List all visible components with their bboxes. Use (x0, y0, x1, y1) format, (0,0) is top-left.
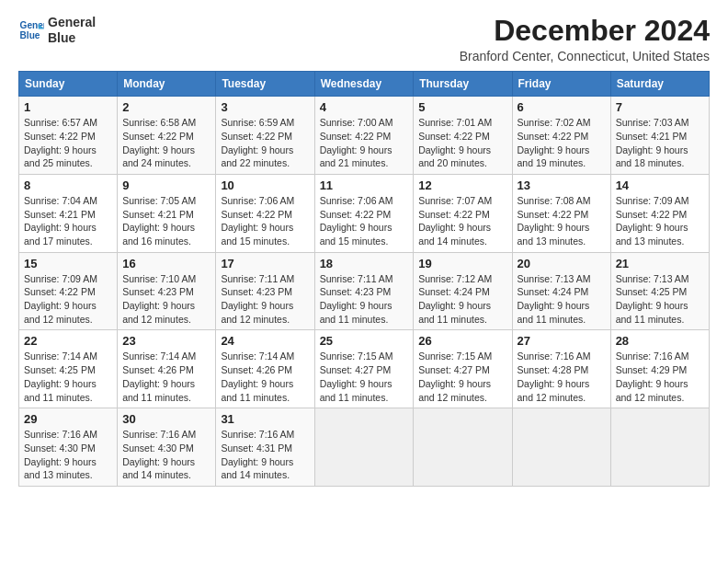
day-number: 17 (221, 257, 309, 270)
calendar-day-cell: 12Sunrise: 7:07 AM Sunset: 4:22 PM Dayli… (414, 174, 512, 252)
day-number: 18 (320, 257, 409, 270)
day-info: Sunrise: 7:13 AM Sunset: 4:25 PM Dayligh… (616, 272, 704, 327)
day-info: Sunrise: 7:14 AM Sunset: 4:26 PM Dayligh… (221, 350, 309, 404)
day-number: 8 (24, 178, 112, 192)
day-info: Sunrise: 6:58 AM Sunset: 4:22 PM Dayligh… (122, 116, 210, 170)
svg-text:Blue: Blue (20, 30, 40, 40)
day-number: 5 (418, 100, 506, 114)
day-number: 11 (320, 178, 409, 192)
calendar-day-cell: 28Sunrise: 7:16 AM Sunset: 4:29 PM Dayli… (610, 330, 709, 408)
day-info: Sunrise: 7:16 AM Sunset: 4:29 PM Dayligh… (616, 350, 704, 404)
calendar-day-cell: 14Sunrise: 7:09 AM Sunset: 4:22 PM Dayli… (610, 174, 709, 252)
day-number: 30 (122, 412, 210, 426)
calendar-day-cell: 10Sunrise: 7:06 AM Sunset: 4:22 PM Dayli… (216, 174, 314, 252)
day-number: 12 (418, 178, 506, 192)
calendar-day-cell: 31Sunrise: 7:16 AM Sunset: 4:31 PM Dayli… (216, 408, 314, 487)
day-info: Sunrise: 7:09 AM Sunset: 4:22 PM Dayligh… (24, 272, 112, 327)
calendar-day-cell: 4Sunrise: 7:00 AM Sunset: 4:22 PM Daylig… (314, 97, 414, 175)
weekday-header: Wednesday (314, 72, 414, 97)
calendar-day-cell: 20Sunrise: 7:13 AM Sunset: 4:24 PM Dayli… (512, 252, 610, 330)
logo-text: General Blue (48, 15, 96, 46)
day-number: 13 (518, 178, 606, 192)
calendar-week-row: 29Sunrise: 7:16 AM Sunset: 4:30 PM Dayli… (19, 408, 710, 487)
page-title: December 2024 (460, 15, 710, 47)
weekday-header: Sunday (19, 72, 118, 97)
day-number: 14 (616, 178, 704, 192)
day-info: Sunrise: 7:10 AM Sunset: 4:23 PM Dayligh… (122, 272, 210, 327)
weekday-header: Saturday (610, 72, 709, 97)
day-info: Sunrise: 7:16 AM Sunset: 4:30 PM Dayligh… (24, 428, 112, 482)
day-info: Sunrise: 7:02 AM Sunset: 4:22 PM Dayligh… (518, 116, 606, 170)
calendar-day-cell: 24Sunrise: 7:14 AM Sunset: 4:26 PM Dayli… (216, 330, 314, 408)
day-info: Sunrise: 7:14 AM Sunset: 4:26 PM Dayligh… (122, 350, 210, 404)
day-info: Sunrise: 7:13 AM Sunset: 4:24 PM Dayligh… (518, 272, 606, 327)
calendar-day-cell: 30Sunrise: 7:16 AM Sunset: 4:30 PM Dayli… (118, 408, 216, 487)
calendar-day-cell: 17Sunrise: 7:11 AM Sunset: 4:23 PM Dayli… (216, 252, 314, 330)
day-number: 9 (122, 178, 210, 192)
day-info: Sunrise: 7:15 AM Sunset: 4:27 PM Dayligh… (320, 350, 409, 404)
day-number: 4 (320, 100, 409, 114)
day-number: 19 (418, 257, 506, 270)
day-info: Sunrise: 6:59 AM Sunset: 4:22 PM Dayligh… (221, 116, 309, 170)
day-number: 26 (418, 334, 506, 348)
calendar-day-cell: 1Sunrise: 6:57 AM Sunset: 4:22 PM Daylig… (19, 97, 118, 175)
day-info: Sunrise: 7:01 AM Sunset: 4:22 PM Dayligh… (418, 116, 506, 170)
logo-line1: General (48, 15, 96, 30)
calendar-day-cell: 27Sunrise: 7:16 AM Sunset: 4:28 PM Dayli… (512, 330, 610, 408)
day-info: Sunrise: 7:12 AM Sunset: 4:24 PM Dayligh… (418, 272, 506, 327)
day-info: Sunrise: 7:03 AM Sunset: 4:21 PM Dayligh… (616, 116, 704, 170)
page-subtitle: Branford Center, Connecticut, United Sta… (460, 49, 710, 63)
day-number: 16 (122, 257, 210, 270)
weekday-header: Thursday (414, 72, 512, 97)
day-number: 3 (221, 100, 309, 114)
logo-line2: Blue (48, 30, 96, 46)
calendar-day-cell: 6Sunrise: 7:02 AM Sunset: 4:22 PM Daylig… (512, 97, 610, 175)
day-number: 15 (24, 257, 112, 270)
calendar-week-row: 8Sunrise: 7:04 AM Sunset: 4:21 PM Daylig… (19, 174, 710, 252)
title-block: December 2024 Branford Center, Connectic… (460, 15, 710, 63)
calendar-day-cell: 5Sunrise: 7:01 AM Sunset: 4:22 PM Daylig… (414, 97, 512, 175)
day-number: 27 (518, 334, 606, 348)
day-number: 29 (24, 412, 112, 426)
calendar-day-cell: 23Sunrise: 7:14 AM Sunset: 4:26 PM Dayli… (118, 330, 216, 408)
calendar-week-row: 22Sunrise: 7:14 AM Sunset: 4:25 PM Dayli… (19, 330, 710, 408)
calendar-day-cell (610, 408, 709, 487)
weekday-header: Tuesday (216, 72, 314, 97)
day-info: Sunrise: 7:16 AM Sunset: 4:30 PM Dayligh… (122, 428, 210, 482)
calendar-day-cell: 19Sunrise: 7:12 AM Sunset: 4:24 PM Dayli… (414, 252, 512, 330)
calendar-day-cell: 9Sunrise: 7:05 AM Sunset: 4:21 PM Daylig… (118, 174, 216, 252)
day-info: Sunrise: 7:09 AM Sunset: 4:22 PM Dayligh… (616, 194, 704, 248)
day-number: 7 (616, 100, 704, 114)
logo: General Blue General Blue (18, 15, 96, 46)
day-info: Sunrise: 7:07 AM Sunset: 4:22 PM Dayligh… (418, 194, 506, 248)
calendar-day-cell: 3Sunrise: 6:59 AM Sunset: 4:22 PM Daylig… (216, 97, 314, 175)
day-number: 1 (24, 100, 112, 114)
day-info: Sunrise: 7:06 AM Sunset: 4:22 PM Dayligh… (320, 194, 409, 248)
calendar-day-cell: 26Sunrise: 7:15 AM Sunset: 4:27 PM Dayli… (414, 330, 512, 408)
day-number: 24 (221, 334, 309, 348)
day-number: 2 (122, 100, 210, 114)
calendar-day-cell: 13Sunrise: 7:08 AM Sunset: 4:22 PM Dayli… (512, 174, 610, 252)
day-number: 25 (320, 334, 409, 348)
day-info: Sunrise: 7:11 AM Sunset: 4:23 PM Dayligh… (320, 272, 409, 327)
day-info: Sunrise: 7:04 AM Sunset: 4:21 PM Dayligh… (24, 194, 112, 248)
day-number: 21 (616, 257, 704, 270)
calendar-day-cell: 8Sunrise: 7:04 AM Sunset: 4:21 PM Daylig… (19, 174, 118, 252)
calendar-day-cell (314, 408, 414, 487)
calendar-day-cell: 15Sunrise: 7:09 AM Sunset: 4:22 PM Dayli… (19, 252, 118, 330)
logo-icon: General Blue (18, 17, 44, 43)
day-info: Sunrise: 7:00 AM Sunset: 4:22 PM Dayligh… (320, 116, 409, 170)
calendar-day-cell: 21Sunrise: 7:13 AM Sunset: 4:25 PM Dayli… (610, 252, 709, 330)
calendar-week-row: 1Sunrise: 6:57 AM Sunset: 4:22 PM Daylig… (19, 97, 710, 175)
day-info: Sunrise: 7:16 AM Sunset: 4:28 PM Dayligh… (518, 350, 606, 404)
day-info: Sunrise: 6:57 AM Sunset: 4:22 PM Dayligh… (24, 116, 112, 170)
day-info: Sunrise: 7:11 AM Sunset: 4:23 PM Dayligh… (221, 272, 309, 327)
calendar-day-cell: 18Sunrise: 7:11 AM Sunset: 4:23 PM Dayli… (314, 252, 414, 330)
weekday-header: Friday (512, 72, 610, 97)
calendar-day-cell: 25Sunrise: 7:15 AM Sunset: 4:27 PM Dayli… (314, 330, 414, 408)
page-header: General Blue General Blue December 2024 … (18, 15, 710, 63)
calendar-day-cell: 22Sunrise: 7:14 AM Sunset: 4:25 PM Dayli… (19, 330, 118, 408)
day-number: 31 (221, 412, 309, 426)
day-number: 23 (122, 334, 210, 348)
day-info: Sunrise: 7:15 AM Sunset: 4:27 PM Dayligh… (418, 350, 506, 404)
